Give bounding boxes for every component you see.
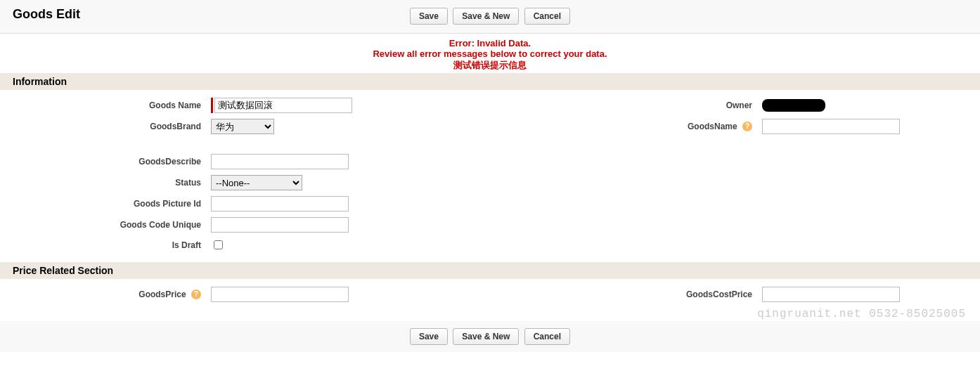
page-title: Goods Edit <box>13 6 80 22</box>
goods-name-input[interactable] <box>214 98 352 113</box>
save-and-new-button[interactable]: Save & New <box>453 8 519 25</box>
price-form: GoodsPrice ? GoodsCostPrice <box>0 283 980 306</box>
status-select[interactable]: --None-- <box>211 175 302 190</box>
cancel-button[interactable]: Cancel <box>524 8 570 25</box>
is-draft-label: Is Draft <box>1 236 205 254</box>
cancel-button[interactable]: Cancel <box>524 328 570 345</box>
information-form: Goods Name Owner GoodsBrand 华为 GoodsName… <box>0 94 980 255</box>
help-icon[interactable]: ? <box>742 122 752 131</box>
section-price-body: GoodsPrice ? GoodsCostPrice <box>0 279 980 313</box>
is-draft-checkbox[interactable] <box>214 240 223 249</box>
error-title: Error: Invalid Data. <box>0 38 980 48</box>
bottom-button-bar: Save Save & New Cancel <box>0 321 980 352</box>
goods-code-unique-label: Goods Code Unique <box>1 215 205 235</box>
goods-cost-price-label: GoodsCostPrice <box>496 285 756 304</box>
goods-price-label: GoodsPrice <box>138 289 186 299</box>
goods-describe-label: GoodsDescribe <box>1 152 205 171</box>
goods-picture-id-label: Goods Picture Id <box>1 194 205 214</box>
help-icon[interactable]: ? <box>191 289 201 299</box>
goods-cost-price-input[interactable] <box>762 287 900 302</box>
top-button-bar: Save Save & New Cancel <box>13 8 967 29</box>
error-message: Review all error messages below to corre… <box>0 48 980 59</box>
owner-label: Owner <box>496 96 756 115</box>
save-and-new-button[interactable]: Save & New <box>453 328 519 345</box>
section-price-header: Price Related Section <box>0 262 980 279</box>
required-bar-icon <box>211 98 213 113</box>
goods-code-unique-input[interactable] <box>211 217 349 233</box>
goods-brand-select[interactable]: 华为 <box>211 119 274 134</box>
goods-brand-label: GoodsBrand <box>1 117 205 136</box>
save-button[interactable]: Save <box>410 328 448 345</box>
goods-name-label: Goods Name <box>1 96 205 115</box>
error-panel: Error: Invalid Data. Review all error me… <box>0 34 980 73</box>
save-button[interactable]: Save <box>410 8 448 25</box>
section-information-header: Information <box>0 73 980 90</box>
goods-name2-input[interactable] <box>762 119 900 134</box>
goods-price-input[interactable] <box>211 287 349 302</box>
error-detail: 测试错误提示信息 <box>0 59 980 72</box>
owner-value <box>762 99 825 112</box>
goods-picture-id-input[interactable] <box>211 196 349 211</box>
section-information-body: Goods Name Owner GoodsBrand 华为 GoodsName… <box>0 90 980 262</box>
status-label: Status <box>1 173 205 193</box>
goods-describe-input[interactable] <box>211 154 349 169</box>
goods-name2-label: GoodsName <box>688 122 737 131</box>
page-header: Goods Edit Save Save & New Cancel <box>0 0 980 34</box>
